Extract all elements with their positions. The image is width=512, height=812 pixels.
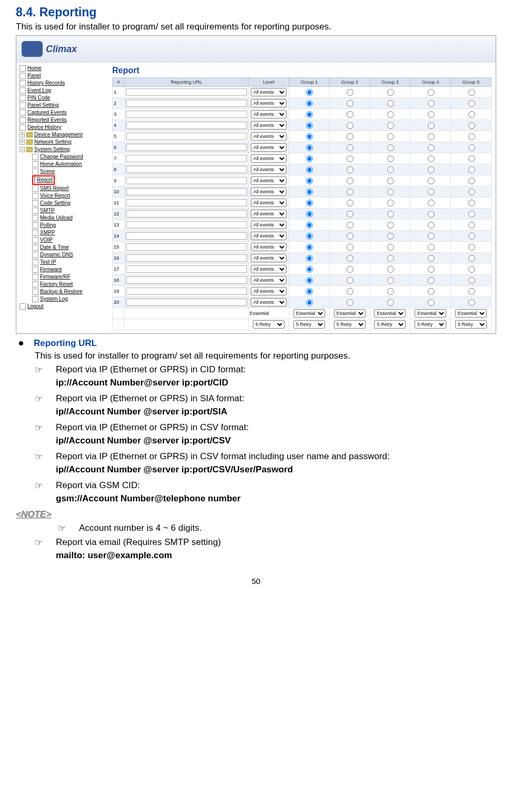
group-radio[interactable] bbox=[347, 233, 353, 240]
sidebar-item[interactable]: Code Setting bbox=[17, 200, 107, 207]
group-radio[interactable] bbox=[468, 89, 475, 96]
group-radio[interactable] bbox=[428, 222, 435, 229]
reporting-url-input[interactable] bbox=[126, 265, 247, 273]
group-radio[interactable] bbox=[468, 111, 475, 118]
reporting-url-input[interactable] bbox=[126, 188, 247, 195]
essential-select[interactable]: Essential bbox=[455, 309, 487, 318]
group-radio[interactable] bbox=[428, 166, 435, 173]
sidebar-item[interactable]: Panel bbox=[17, 72, 107, 80]
group-radio[interactable] bbox=[428, 155, 435, 162]
group-radio[interactable] bbox=[428, 111, 435, 118]
level-select[interactable]: All events bbox=[251, 199, 287, 207]
sidebar-item[interactable]: Logout bbox=[17, 303, 107, 310]
group-radio[interactable] bbox=[387, 122, 394, 129]
group-radio[interactable] bbox=[468, 211, 475, 217]
group-radio[interactable] bbox=[347, 144, 353, 151]
group-radio[interactable] bbox=[306, 133, 313, 140]
sidebar-item[interactable]: Factory Reset bbox=[17, 281, 107, 288]
level-select[interactable]: All events bbox=[251, 265, 287, 273]
level-select[interactable]: All events bbox=[251, 99, 287, 107]
group-radio[interactable] bbox=[428, 189, 435, 195]
group-radio[interactable] bbox=[468, 288, 475, 295]
group-radio[interactable] bbox=[306, 277, 313, 284]
group-radio[interactable] bbox=[306, 111, 313, 118]
sidebar-item[interactable]: +Device Management bbox=[17, 131, 107, 138]
group-radio[interactable] bbox=[387, 288, 394, 295]
group-radio[interactable] bbox=[468, 255, 475, 262]
reporting-url-input[interactable] bbox=[126, 155, 247, 162]
group-radio[interactable] bbox=[347, 211, 353, 217]
group-radio[interactable] bbox=[347, 299, 353, 306]
group-radio[interactable] bbox=[306, 144, 313, 151]
retry-select[interactable]: 5 Retry bbox=[374, 320, 406, 329]
sidebar-item[interactable]: System Log bbox=[17, 295, 107, 303]
group-radio[interactable] bbox=[347, 177, 353, 184]
level-select[interactable]: All events bbox=[251, 232, 287, 240]
reporting-url-input[interactable] bbox=[126, 122, 247, 129]
sidebar-item[interactable]: Test IP bbox=[17, 259, 107, 266]
group-radio[interactable] bbox=[387, 155, 394, 162]
group-radio[interactable] bbox=[428, 255, 435, 262]
group-radio[interactable] bbox=[468, 144, 475, 151]
sidebar-item[interactable]: Scene bbox=[17, 168, 107, 175]
level-select[interactable]: All events bbox=[251, 298, 287, 306]
group-radio[interactable] bbox=[387, 277, 394, 284]
sidebar-item[interactable]: VOIP bbox=[17, 236, 107, 244]
group-radio[interactable] bbox=[468, 233, 475, 240]
level-select[interactable]: All events bbox=[251, 287, 287, 295]
sidebar-item[interactable]: Panel Setting bbox=[17, 102, 107, 109]
group-radio[interactable] bbox=[387, 222, 394, 229]
group-radio[interactable] bbox=[306, 255, 313, 262]
reporting-url-input[interactable] bbox=[126, 210, 247, 217]
level-select[interactable]: All events bbox=[251, 165, 287, 174]
group-radio[interactable] bbox=[387, 244, 394, 251]
group-radio[interactable] bbox=[428, 288, 435, 295]
sidebar-item[interactable]: Voice Report bbox=[17, 192, 107, 200]
group-radio[interactable] bbox=[306, 200, 313, 206]
level-select[interactable]: All events bbox=[251, 132, 287, 141]
reporting-url-input[interactable] bbox=[126, 254, 247, 262]
group-radio[interactable] bbox=[347, 200, 353, 206]
group-radio[interactable] bbox=[468, 133, 475, 140]
group-radio[interactable] bbox=[387, 299, 394, 306]
reporting-url-input[interactable] bbox=[126, 221, 247, 229]
group-radio[interactable] bbox=[428, 266, 435, 273]
sidebar-item[interactable]: Event Log bbox=[17, 87, 107, 94]
sidebar-item[interactable]: −System Setting bbox=[17, 146, 107, 153]
group-radio[interactable] bbox=[428, 244, 435, 251]
reporting-url-input[interactable] bbox=[126, 243, 247, 251]
group-radio[interactable] bbox=[306, 233, 313, 240]
group-radio[interactable] bbox=[387, 177, 394, 184]
level-select[interactable]: All events bbox=[251, 121, 287, 130]
essential-select[interactable]: Essential bbox=[374, 309, 406, 318]
reporting-url-input[interactable] bbox=[126, 166, 247, 173]
group-radio[interactable] bbox=[468, 100, 475, 107]
group-radio[interactable] bbox=[387, 266, 394, 273]
reporting-url-input[interactable] bbox=[126, 100, 247, 107]
sidebar-item[interactable]: Reported Events bbox=[17, 116, 107, 124]
reporting-url-input[interactable] bbox=[126, 199, 247, 206]
group-radio[interactable] bbox=[347, 277, 353, 284]
sidebar-item[interactable]: Backup & Restore bbox=[17, 288, 107, 295]
group-radio[interactable] bbox=[306, 299, 313, 306]
reporting-url-input[interactable] bbox=[126, 133, 247, 140]
reporting-url-input[interactable] bbox=[126, 177, 247, 184]
group-radio[interactable] bbox=[347, 100, 353, 107]
level-select[interactable]: All events bbox=[251, 143, 287, 152]
group-radio[interactable] bbox=[347, 189, 353, 195]
group-radio[interactable] bbox=[347, 155, 353, 162]
sidebar-item[interactable]: Dynamic DNS bbox=[17, 251, 107, 259]
group-radio[interactable] bbox=[347, 166, 353, 173]
group-radio[interactable] bbox=[347, 266, 353, 273]
reporting-url-input[interactable] bbox=[126, 144, 247, 151]
group-radio[interactable] bbox=[468, 166, 475, 173]
level-select[interactable]: All events bbox=[251, 254, 287, 262]
sidebar-item[interactable]: XMPP bbox=[17, 229, 107, 236]
group-radio[interactable] bbox=[387, 189, 394, 195]
sidebar-item[interactable]: +Network Setting bbox=[17, 138, 107, 146]
sidebar-item[interactable]: Home Automation bbox=[17, 161, 107, 168]
group-radio[interactable] bbox=[306, 89, 313, 96]
reporting-url-input[interactable] bbox=[126, 299, 247, 306]
group-radio[interactable] bbox=[468, 266, 475, 273]
reporting-url-input[interactable] bbox=[126, 88, 247, 96]
